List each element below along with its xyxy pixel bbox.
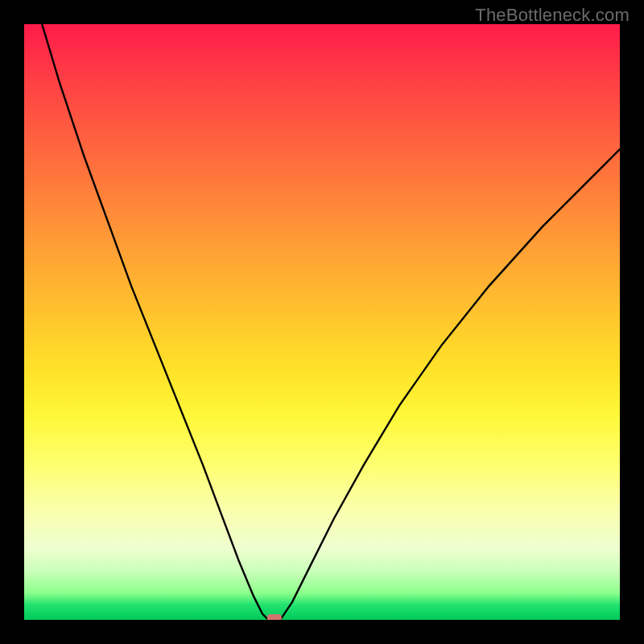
minimum-marker: [267, 614, 282, 620]
watermark-text: TheBottleneck.com: [475, 5, 630, 26]
right-branch-curve: [280, 149, 620, 620]
left-branch-curve: [42, 24, 268, 620]
chart-frame: TheBottleneck.com: [0, 0, 644, 644]
curve-layer: [24, 24, 620, 620]
plot-area: [24, 24, 620, 620]
